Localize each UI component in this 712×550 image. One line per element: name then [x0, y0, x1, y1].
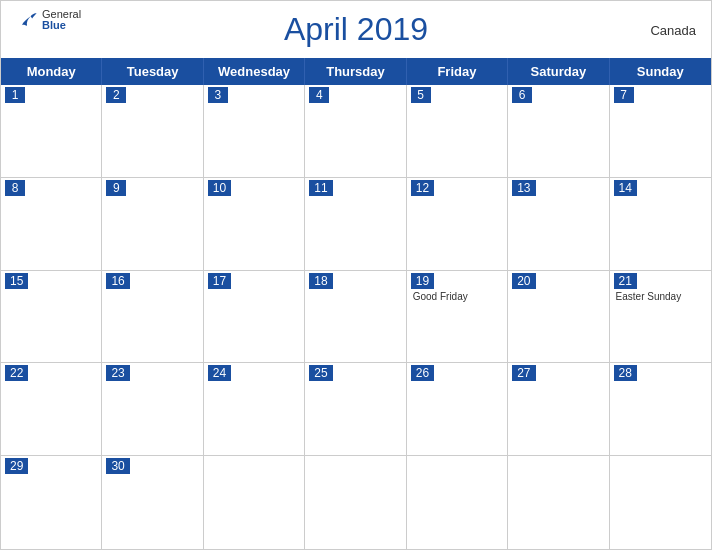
day-number: 10	[208, 180, 231, 196]
day-number: 9	[106, 180, 126, 196]
day-number: 13	[512, 180, 535, 196]
day-header-sunday: Sunday	[610, 58, 711, 85]
day-cell: 6	[508, 85, 609, 178]
day-cell: 14	[610, 178, 711, 271]
day-cell: 21Easter Sunday	[610, 271, 711, 364]
day-header-saturday: Saturday	[508, 58, 609, 85]
country-label: Canada	[650, 22, 696, 37]
day-cell: 27	[508, 363, 609, 456]
day-cell: 20	[508, 271, 609, 364]
day-number: 19	[411, 273, 434, 289]
day-cell: 1	[1, 85, 102, 178]
day-number: 26	[411, 365, 434, 381]
day-number: 17	[208, 273, 231, 289]
day-cell: 8	[1, 178, 102, 271]
day-number: 15	[5, 273, 28, 289]
day-number: 1	[5, 87, 25, 103]
calendar-container: General Blue April 2019 Canada MondayTue…	[0, 0, 712, 550]
day-cell: 3	[204, 85, 305, 178]
day-number: 21	[614, 273, 637, 289]
day-cell: 28	[610, 363, 711, 456]
day-header-tuesday: Tuesday	[102, 58, 203, 85]
day-cell: 9	[102, 178, 203, 271]
day-number: 24	[208, 365, 231, 381]
day-cell: 30	[102, 456, 203, 549]
day-cell: 11	[305, 178, 406, 271]
day-number: 7	[614, 87, 634, 103]
day-number: 28	[614, 365, 637, 381]
calendar-header: General Blue April 2019 Canada	[1, 1, 711, 58]
day-header-friday: Friday	[407, 58, 508, 85]
day-header-wednesday: Wednesday	[204, 58, 305, 85]
day-header-monday: Monday	[1, 58, 102, 85]
day-number: 27	[512, 365, 535, 381]
day-number: 20	[512, 273, 535, 289]
day-cell	[204, 456, 305, 549]
day-cell: 15	[1, 271, 102, 364]
day-number: 22	[5, 365, 28, 381]
day-cell: 10	[204, 178, 305, 271]
day-number: 4	[309, 87, 329, 103]
day-cell	[508, 456, 609, 549]
day-number: 16	[106, 273, 129, 289]
logo-bird-icon	[16, 9, 38, 31]
logo-area: General Blue	[16, 9, 81, 31]
day-cell: 18	[305, 271, 406, 364]
day-cell	[305, 456, 406, 549]
day-cell: 12	[407, 178, 508, 271]
logo-blue: Blue	[42, 20, 81, 31]
day-header-thursday: Thursday	[305, 58, 406, 85]
day-cell: 7	[610, 85, 711, 178]
day-cell: 2	[102, 85, 203, 178]
day-number: 29	[5, 458, 28, 474]
day-number: 23	[106, 365, 129, 381]
day-number: 14	[614, 180, 637, 196]
day-number: 3	[208, 87, 228, 103]
day-cell: 5	[407, 85, 508, 178]
day-number: 11	[309, 180, 332, 196]
day-number: 5	[411, 87, 431, 103]
day-number: 6	[512, 87, 532, 103]
day-cell	[407, 456, 508, 549]
day-cell: 23	[102, 363, 203, 456]
day-cell: 24	[204, 363, 305, 456]
days-header: MondayTuesdayWednesdayThursdayFridaySatu…	[1, 58, 711, 85]
day-cell	[610, 456, 711, 549]
day-cell: 25	[305, 363, 406, 456]
calendar-grid: 12345678910111213141516171819Good Friday…	[1, 85, 711, 549]
day-cell: 19Good Friday	[407, 271, 508, 364]
day-cell: 26	[407, 363, 508, 456]
day-cell: 16	[102, 271, 203, 364]
day-number: 25	[309, 365, 332, 381]
day-cell: 4	[305, 85, 406, 178]
day-event: Easter Sunday	[614, 291, 707, 302]
day-number: 12	[411, 180, 434, 196]
day-number: 18	[309, 273, 332, 289]
day-number: 2	[106, 87, 126, 103]
day-cell: 13	[508, 178, 609, 271]
calendar-title: April 2019	[284, 11, 428, 48]
day-number: 30	[106, 458, 129, 474]
day-cell: 29	[1, 456, 102, 549]
logo-text: General Blue	[42, 9, 81, 31]
day-number: 8	[5, 180, 25, 196]
day-event: Good Friday	[411, 291, 503, 302]
day-cell: 17	[204, 271, 305, 364]
day-cell: 22	[1, 363, 102, 456]
